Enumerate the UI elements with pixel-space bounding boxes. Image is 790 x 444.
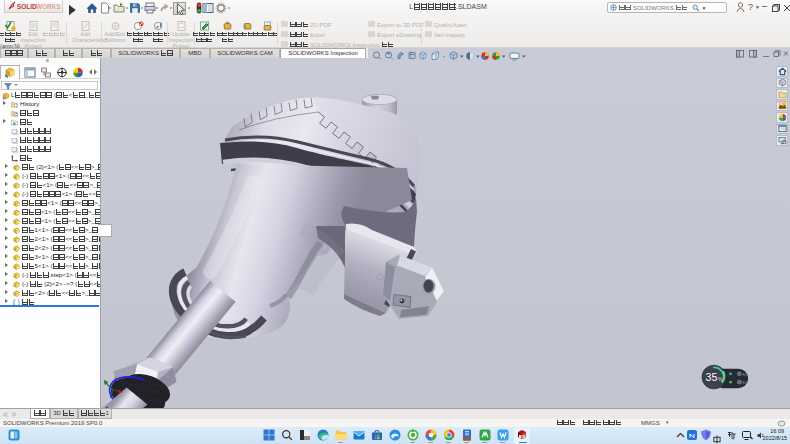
svg-text:SOLID: SOLID [17,3,37,10]
svg-text:WORKS: WORKS [36,3,61,10]
